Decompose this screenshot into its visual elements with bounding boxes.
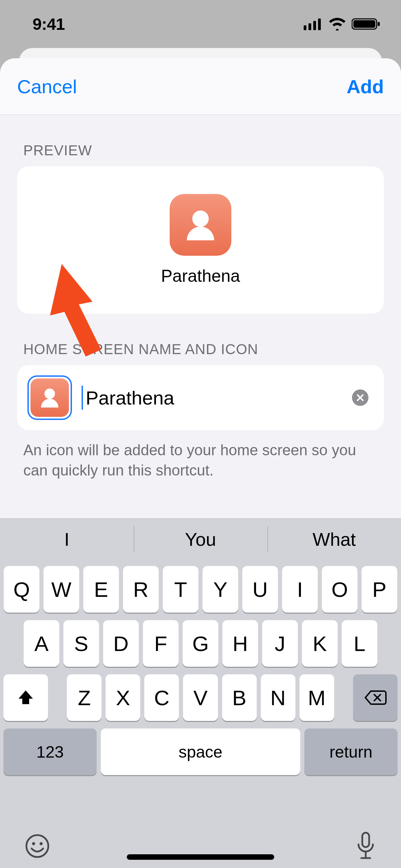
key-r[interactable]: R (123, 566, 159, 613)
keyboard-row-1: Q W E R T Y U I O P (3, 566, 398, 613)
cancel-button[interactable]: Cancel (17, 75, 77, 98)
add-button[interactable]: Add (347, 75, 384, 98)
text-caret (82, 386, 83, 410)
status-bar: 9:41 (0, 0, 401, 48)
preview-app-label: Parathena (161, 266, 240, 286)
svg-rect-3 (318, 19, 321, 30)
emoji-button[interactable] (24, 833, 51, 859)
name-icon-header: HOME SCREEN NAME AND ICON (23, 341, 384, 358)
preview-app-icon (170, 194, 231, 256)
key-y[interactable]: Y (203, 566, 238, 613)
keyboard-footer (0, 817, 401, 868)
keyboard-suggestion-bar: I You What (0, 519, 401, 560)
key-d[interactable]: D (103, 620, 139, 667)
shift-icon (16, 688, 35, 707)
status-indicators (304, 17, 380, 31)
cellular-icon (304, 18, 323, 30)
suggestion-1[interactable]: I (0, 519, 134, 560)
icon-picker-button[interactable] (27, 375, 72, 420)
key-x[interactable]: X (106, 674, 140, 721)
clear-text-button[interactable] (352, 389, 368, 406)
keyboard: I You What Q W E R T Y U I O P A (0, 518, 401, 868)
keyboard-row-2: A S D F G H J K L (3, 620, 398, 667)
svg-rect-1 (308, 23, 311, 30)
close-icon (356, 394, 364, 401)
name-and-icon-row (17, 365, 384, 430)
key-h[interactable]: H (222, 620, 258, 667)
svg-rect-5 (353, 20, 375, 28)
svg-point-12 (40, 842, 43, 845)
key-p[interactable]: P (362, 566, 397, 613)
svg-point-7 (192, 210, 209, 227)
key-z[interactable]: Z (67, 674, 101, 721)
key-numbers[interactable]: 123 (3, 728, 97, 775)
key-a[interactable]: A (24, 620, 59, 667)
svg-point-10 (26, 835, 48, 857)
home-indicator[interactable] (127, 854, 274, 860)
nav-bar: Cancel Add (0, 58, 401, 115)
key-g[interactable]: G (183, 620, 218, 667)
key-m[interactable]: M (300, 674, 334, 721)
key-o[interactable]: O (322, 566, 357, 613)
svg-point-11 (32, 842, 35, 845)
shortcut-name-input[interactable] (82, 365, 342, 430)
add-to-home-sheet: Cancel Add PREVIEW Parathena HOME SCREEN… (0, 58, 401, 868)
footer-description: An icon will be added to your home scree… (23, 440, 378, 481)
key-i[interactable]: I (282, 566, 318, 613)
key-s[interactable]: S (63, 620, 99, 667)
wifi-icon (328, 17, 346, 31)
key-v[interactable]: V (183, 674, 218, 721)
key-t[interactable]: T (163, 566, 198, 613)
key-shift[interactable] (3, 674, 48, 721)
svg-rect-0 (304, 25, 306, 30)
person-icon (182, 206, 219, 244)
key-b[interactable]: B (222, 674, 257, 721)
key-backspace[interactable] (353, 674, 398, 721)
key-q[interactable]: Q (4, 566, 39, 613)
keyboard-row-4: 123 space return (3, 728, 398, 775)
key-j[interactable]: J (262, 620, 298, 667)
dictation-button[interactable] (354, 831, 377, 861)
battery-icon (352, 17, 380, 31)
svg-rect-13 (362, 833, 369, 847)
backspace-icon (364, 690, 387, 706)
person-icon (38, 386, 62, 410)
key-return[interactable]: return (304, 728, 398, 775)
key-n[interactable]: N (261, 674, 295, 721)
svg-rect-2 (313, 21, 316, 30)
key-u[interactable]: U (242, 566, 278, 613)
key-e[interactable]: E (83, 566, 119, 613)
keyboard-row-3: Z X C V B N M (3, 674, 398, 721)
key-l[interactable]: L (342, 620, 377, 667)
key-f[interactable]: F (143, 620, 179, 667)
preview-header: PREVIEW (23, 142, 384, 159)
suggestion-3[interactable]: What (267, 519, 401, 560)
svg-point-8 (45, 388, 55, 399)
svg-rect-6 (378, 22, 380, 26)
key-space[interactable]: space (101, 728, 300, 775)
suggestion-2[interactable]: You (134, 519, 267, 560)
key-c[interactable]: C (144, 674, 179, 721)
preview-card: Parathena (17, 166, 384, 314)
status-time: 9:41 (33, 15, 65, 34)
key-w[interactable]: W (44, 566, 79, 613)
key-k[interactable]: K (302, 620, 338, 667)
icon-picker-preview (31, 378, 69, 417)
